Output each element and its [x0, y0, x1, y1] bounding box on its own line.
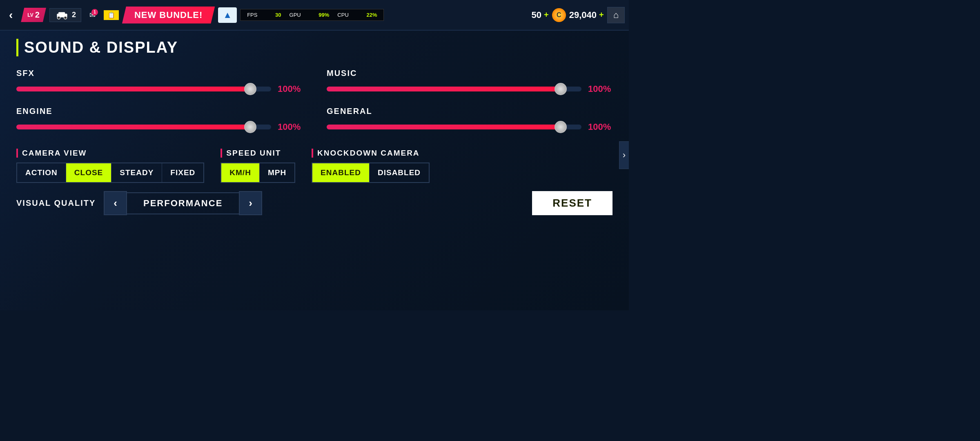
general-slider-track[interactable]: [327, 125, 581, 129]
car-badge[interactable]: 2: [49, 8, 81, 22]
currency-1-add-button[interactable]: +: [544, 10, 549, 20]
currency-section-1: 50 +: [532, 10, 549, 20]
gpu-value: 99%: [318, 12, 329, 18]
music-slider-fill: [327, 87, 561, 91]
knockdown-camera-section: KNOCKDOWN CAMERA ENABLED DISABLED: [312, 149, 430, 183]
knockdown-enabled-button[interactable]: ENABLED: [312, 163, 370, 182]
fps-panel: FPS 30 GPU 99% CPU 22%: [240, 9, 384, 21]
visual-quality-next-button[interactable]: ›: [239, 191, 262, 215]
engine-slider-group: ENGINE 100%: [16, 107, 302, 132]
music-slider-track[interactable]: [327, 87, 581, 91]
knockdown-disabled-button[interactable]: DISABLED: [370, 163, 429, 182]
music-slider-thumb[interactable]: [555, 83, 567, 95]
visual-quality-value: PERFORMANCE: [127, 192, 239, 214]
general-slider-thumb[interactable]: [555, 121, 567, 133]
engine-slider-track[interactable]: [16, 125, 271, 129]
engine-slider-value: 100%: [278, 122, 302, 132]
level-number: 2: [35, 10, 40, 20]
currency-1-amount: 50: [532, 10, 541, 20]
fps-label: FPS: [247, 12, 257, 18]
settings-row: CAMERA VIEW ACTION CLOSE STEADY FIXED SP…: [16, 149, 612, 183]
general-slider-fill: [327, 125, 561, 129]
knockdown-camera-options: ENABLED DISABLED: [312, 163, 430, 183]
level-badge: LV 2: [21, 8, 46, 22]
camera-action-button[interactable]: ACTION: [17, 163, 66, 182]
currency-section-2: 29,040 +: [569, 10, 604, 20]
speed-unit-title: SPEED UNIT: [220, 149, 295, 158]
general-slider-row: 100%: [327, 122, 612, 132]
sfx-slider-row: 100%: [16, 84, 302, 94]
music-slider-value: 100%: [588, 84, 612, 94]
speed-kmh-button[interactable]: KM/H: [221, 163, 260, 182]
cpu-label: CPU: [337, 12, 348, 18]
svg-rect-1: [58, 12, 65, 15]
camera-view-title: CAMERA VIEW: [16, 149, 204, 158]
visual-quality-row: VISUAL QUALITY ‹ PERFORMANCE › RESET: [16, 191, 612, 215]
general-slider-group: GENERAL 100%: [327, 107, 612, 132]
bundle-badge: 📋: [104, 10, 119, 20]
new-bundle-button[interactable]: NEW BUNDLE!: [122, 7, 215, 24]
camera-fixed-button[interactable]: FIXED: [162, 163, 203, 182]
currency-2-add-button[interactable]: +: [599, 10, 604, 20]
camera-steady-button[interactable]: STEADY: [111, 163, 162, 182]
gpu-label: GPU: [290, 12, 301, 18]
sliders-grid: SFX 100% MUSIC 100%: [16, 69, 612, 132]
music-slider-row: 100%: [327, 84, 612, 94]
coin-icon: C: [552, 8, 566, 22]
visual-quality-nav: ‹ PERFORMANCE ›: [104, 191, 262, 215]
engine-label: ENGINE: [16, 107, 302, 116]
topbar: ‹ LV 2 2 ✉ 1 📋 NEW BUNDLE! ▲ FPS 30 GPU …: [0, 0, 629, 31]
notification-badge: 1: [91, 9, 98, 16]
car-icon: [55, 10, 69, 20]
sfx-slider-group: SFX 100%: [16, 69, 302, 94]
sfx-slider-track[interactable]: [16, 87, 271, 91]
main-content: SOUND & DISPLAY SFX 100% MUSIC: [0, 31, 629, 223]
lv-text: LV: [27, 12, 33, 18]
engine-slider-row: 100%: [16, 122, 302, 132]
reset-button[interactable]: RESET: [532, 191, 612, 215]
knockdown-camera-title: KNOCKDOWN CAMERA: [312, 149, 430, 158]
engine-slider-thumb[interactable]: [244, 121, 256, 133]
engine-slider-fill: [16, 125, 251, 129]
speed-mph-button[interactable]: MPH: [260, 163, 294, 182]
general-label: GENERAL: [327, 107, 612, 116]
speed-unit-section: SPEED UNIT KM/H MPH: [220, 149, 295, 183]
general-slider-value: 100%: [588, 122, 612, 132]
back-button[interactable]: ‹: [4, 7, 18, 24]
sfx-slider-fill: [16, 87, 251, 91]
sfx-label: SFX: [16, 69, 302, 78]
right-edge-chevron[interactable]: ›: [619, 141, 629, 169]
cpu-value: 22%: [366, 12, 377, 18]
camera-close-button[interactable]: CLOSE: [66, 163, 111, 182]
home-button[interactable]: ⌂: [607, 7, 625, 23]
mail-button[interactable]: ✉ 1: [85, 9, 100, 21]
music-slider-group: MUSIC 100%: [327, 69, 612, 94]
fps-value: 30: [275, 12, 281, 18]
svg-point-2: [57, 16, 60, 19]
sfx-slider-value: 100%: [278, 84, 302, 94]
visual-quality-prev-button[interactable]: ‹: [104, 191, 127, 215]
car-count: 2: [72, 11, 76, 19]
svg-point-3: [64, 16, 67, 19]
sfx-slider-thumb[interactable]: [244, 83, 256, 95]
visual-quality-label: VISUAL QUALITY: [16, 198, 96, 208]
camera-view-section: CAMERA VIEW ACTION CLOSE STEADY FIXED: [16, 149, 204, 183]
speed-unit-options: KM/H MPH: [220, 163, 295, 183]
camera-view-options: ACTION CLOSE STEADY FIXED: [16, 163, 204, 183]
music-label: MUSIC: [327, 69, 612, 78]
chevron-up-button[interactable]: ▲: [218, 7, 237, 23]
currency-2-amount: 29,040: [569, 10, 597, 20]
page-title: SOUND & DISPLAY: [16, 39, 612, 56]
